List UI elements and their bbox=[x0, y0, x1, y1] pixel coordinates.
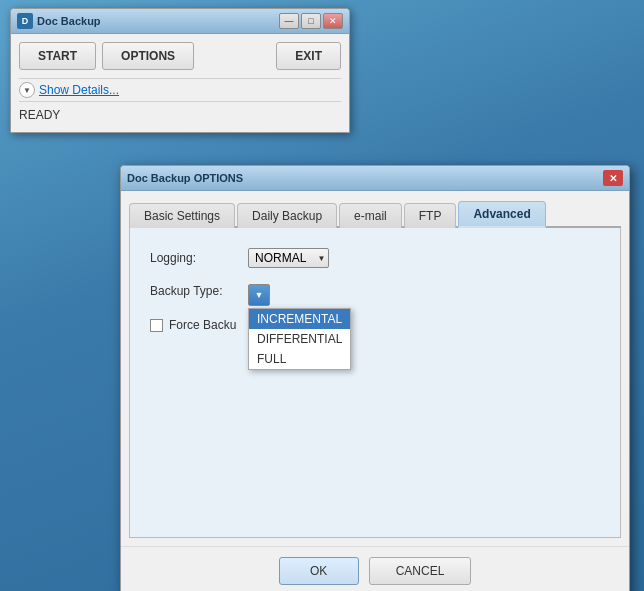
titlebar-controls: — □ ✕ bbox=[279, 13, 343, 29]
tab-advanced[interactable]: Advanced bbox=[458, 201, 545, 228]
exit-button[interactable]: EXIT bbox=[276, 42, 341, 70]
minimize-button[interactable]: — bbox=[279, 13, 299, 29]
logging-row: Logging: NORMAL ▼ bbox=[150, 248, 600, 268]
logging-value: NORMAL bbox=[255, 251, 306, 265]
logging-label: Logging: bbox=[150, 251, 240, 265]
options-dialog: Doc Backup OPTIONS ✕ Basic Settings Dail… bbox=[120, 165, 630, 591]
force-backup-checkbox[interactable] bbox=[150, 319, 163, 332]
tab-daily-backup[interactable]: Daily Backup bbox=[237, 203, 337, 228]
backup-type-dropdown-button[interactable]: ▼ bbox=[248, 284, 270, 306]
small-window-body: START OPTIONS EXIT ▼ Show Details... REA… bbox=[11, 34, 349, 132]
dropdown-item-differential[interactable]: DIFFERENTIAL bbox=[249, 329, 350, 349]
dropdown-item-incremental[interactable]: INCREMENTAL bbox=[249, 309, 350, 329]
dropdown-arrow-icon: ▼ bbox=[255, 290, 264, 300]
tab-content-advanced: Logging: NORMAL ▼ Backup Type: ▼ INCREME… bbox=[129, 228, 621, 538]
ok-button[interactable]: OK bbox=[279, 557, 359, 585]
show-details-chevron[interactable]: ▼ bbox=[19, 82, 35, 98]
small-toolbar: START OPTIONS EXIT bbox=[19, 42, 341, 70]
show-details-row: ▼ Show Details... bbox=[19, 78, 341, 102]
app-icon: D bbox=[17, 13, 33, 29]
logging-dropdown[interactable]: NORMAL ▼ bbox=[248, 248, 329, 268]
small-window: D Doc Backup — □ ✕ START OPTIONS EXIT ▼ … bbox=[10, 8, 350, 133]
close-button[interactable]: ✕ bbox=[323, 13, 343, 29]
options-close-button[interactable]: ✕ bbox=[603, 170, 623, 186]
tab-ftp[interactable]: FTP bbox=[404, 203, 457, 228]
tabs-row: Basic Settings Daily Backup e-mail FTP A… bbox=[129, 199, 621, 228]
backup-type-row: Backup Type: ▼ INCREMENTAL DIFFERENTIAL … bbox=[150, 284, 600, 306]
force-backup-row: Force Backu bbox=[150, 318, 600, 332]
show-details-link[interactable]: Show Details... bbox=[39, 83, 119, 97]
tab-email[interactable]: e-mail bbox=[339, 203, 402, 228]
start-button[interactable]: START bbox=[19, 42, 96, 70]
dropdown-item-full[interactable]: FULL bbox=[249, 349, 350, 369]
cancel-button[interactable]: CANCEL bbox=[369, 557, 472, 585]
status-label: READY bbox=[19, 106, 341, 124]
tab-basic-settings[interactable]: Basic Settings bbox=[129, 203, 235, 228]
dialog-footer: OK CANCEL bbox=[121, 546, 629, 591]
force-backup-label: Force Backu bbox=[169, 318, 236, 332]
restore-button[interactable]: □ bbox=[301, 13, 321, 29]
options-body: Basic Settings Daily Backup e-mail FTP A… bbox=[121, 191, 629, 546]
options-button[interactable]: OPTIONS bbox=[102, 42, 194, 70]
options-title: Doc Backup OPTIONS bbox=[127, 172, 243, 184]
options-titlebar: Doc Backup OPTIONS ✕ bbox=[121, 166, 629, 191]
backup-type-dropdown-menu: INCREMENTAL DIFFERENTIAL FULL bbox=[248, 308, 351, 370]
backup-type-label: Backup Type: bbox=[150, 284, 240, 298]
titlebar-left: D Doc Backup bbox=[17, 13, 101, 29]
small-window-title: Doc Backup bbox=[37, 15, 101, 27]
small-window-titlebar: D Doc Backup — □ ✕ bbox=[11, 9, 349, 34]
logging-dropdown-arrow: ▼ bbox=[317, 254, 325, 263]
